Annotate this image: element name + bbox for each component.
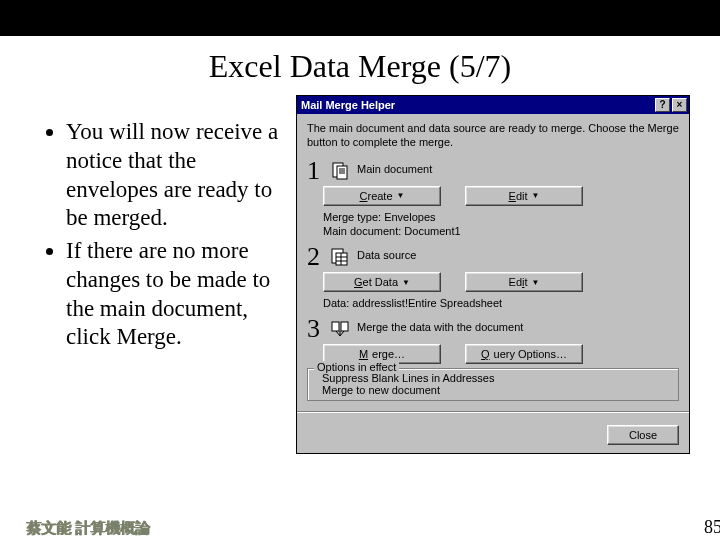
- step-3: 3 Merge the data with the document: [307, 316, 679, 342]
- bullet-item: You will now receive a notice that the e…: [66, 118, 290, 233]
- help-button[interactable]: ?: [655, 98, 670, 112]
- step-number: 1: [307, 158, 327, 184]
- step-2-info: Data: addresslist!Entire Spreadsheet: [323, 296, 679, 310]
- dialog-title: Mail Merge Helper: [301, 99, 653, 111]
- mail-merge-helper-dialog: Mail Merge Helper ? × The main document …: [296, 95, 690, 454]
- step-1-label: Main document: [357, 163, 679, 175]
- option-item: Merge to new document: [322, 384, 670, 396]
- merge-icon: [329, 318, 351, 340]
- slide-title: Excel Data Merge (5/7): [0, 48, 720, 85]
- svg-rect-11: [341, 322, 348, 331]
- get-data-button[interactable]: Get Data▼: [323, 272, 441, 292]
- step-1: 1 Main document: [307, 158, 679, 184]
- edit-button-1[interactable]: Edit▼: [465, 186, 583, 206]
- query-options-button[interactable]: Query Options…: [465, 344, 583, 364]
- close-button[interactable]: Close: [607, 425, 679, 445]
- step-number: 3: [307, 316, 327, 342]
- page-number: 85: [704, 517, 720, 538]
- step-2: 2 Data source: [307, 244, 679, 270]
- edit-button-2[interactable]: Edit▼: [465, 272, 583, 292]
- bullet-list: You will now receive a notice that the e…: [26, 118, 296, 431]
- options-legend: Options in effect: [314, 361, 399, 373]
- dialog-titlebar: Mail Merge Helper ? ×: [297, 96, 689, 114]
- document-icon: [329, 160, 351, 182]
- dialog-instruction: The main document and data source are re…: [307, 122, 679, 150]
- create-button[interactable]: Create▼: [323, 186, 441, 206]
- step-3-label: Merge the data with the document: [357, 321, 679, 333]
- options-in-effect: Options in effect Suppress Blank Lines i…: [307, 368, 679, 401]
- option-item: Suppress Blank Lines in Addresses: [322, 372, 670, 384]
- bullet-item: If there are no more changes to be made …: [66, 237, 290, 352]
- data-source-icon: [329, 246, 351, 268]
- step-1-info: Merge type: EnvelopesMain document: Docu…: [323, 210, 679, 239]
- step-2-label: Data source: [357, 249, 679, 261]
- step-number: 2: [307, 244, 327, 270]
- footer-author: 蔡文能 計算機概論: [26, 519, 150, 538]
- close-icon[interactable]: ×: [672, 98, 687, 112]
- svg-rect-10: [332, 322, 339, 331]
